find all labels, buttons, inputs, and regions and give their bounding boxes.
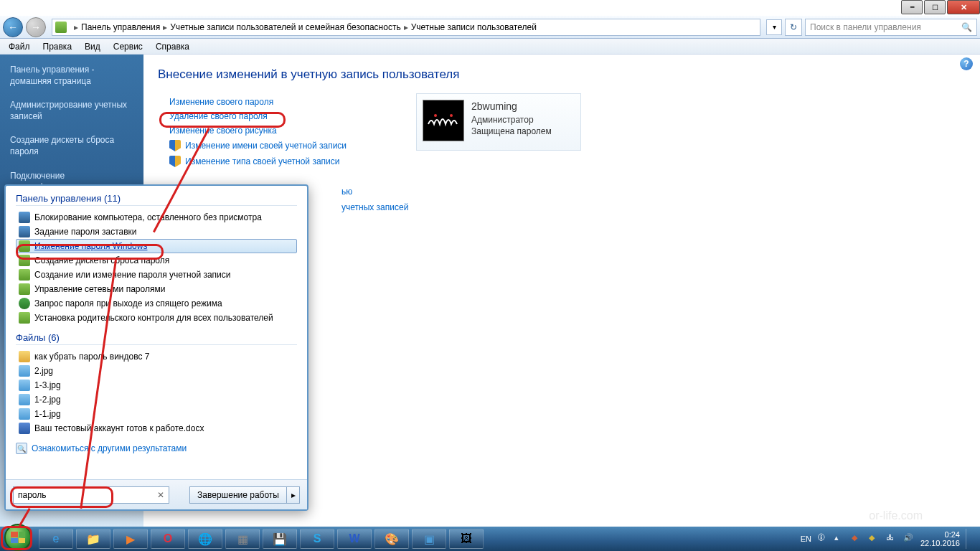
taskbar: e 📁 ▶ O 🌐 ▦ 💾 S W 🎨 ▣ 🖼 EN 🛈 ▴ ◆ ◆ 🖧 🔊 0… [0,527,980,551]
cp-result[interactable]: Запрос пароля при выходе из спящего режи… [16,296,297,311]
start-search-input[interactable]: пароль ✕ [13,486,169,504]
shutdown-button[interactable]: Завершение работы ▸ [189,486,300,504]
taskbar-opera[interactable]: O [151,529,185,549]
disk-icon: 💾 [273,532,287,546]
volume-icon[interactable]: 🔊 [903,533,915,545]
window-close-button[interactable] [947,0,980,14]
taskbar-app2[interactable]: ▣ [412,529,446,549]
file-result[interactable]: как убрать пароль виндовс 7 [16,349,297,364]
tray-app-icon[interactable]: ◆ [869,533,880,545]
sidebar-admin[interactable]: Администрирование учетных записей [0,97,143,125]
cp-result[interactable]: Блокирование компьютера, оставленного бе… [16,210,297,225]
image-icon [19,380,30,391]
action-center-icon[interactable]: 🛈 [817,533,829,545]
link-delete-password[interactable]: Удаление своего пароля [169,111,268,121]
window-minimize-button[interactable] [901,0,923,14]
window-maximize-button[interactable] [924,0,946,14]
folder-icon [19,351,30,362]
shutdown-menu-arrow[interactable]: ▸ [286,487,299,503]
link-manage-other-tail[interactable]: ью [341,187,352,197]
link-change-name[interactable]: Изменение имени своей учетной записи [185,141,347,151]
file-result[interactable]: 1-1.jpg [16,407,297,421]
link-uac-tail[interactable]: учетных записей [341,202,408,212]
app-icon: ▦ [237,532,248,546]
taskbar-word[interactable]: W [337,529,372,549]
ie-icon: e [53,532,60,545]
cp-result[interactable]: Задание пароля заставки [16,225,297,239]
file-result[interactable]: 1-3.jpg [16,378,297,392]
word-doc-icon [19,423,30,434]
cp-result[interactable]: Создание дискеты сброса пароля [16,253,297,268]
menu-edit[interactable]: Правка [37,40,78,53]
file-result[interactable]: 1-2.jpg [16,392,297,407]
image-icon [19,365,30,377]
taskbar-paint[interactable]: 🎨 [374,529,409,549]
control-panel-icon [55,22,67,33]
show-desktop-button[interactable] [966,529,973,549]
tray-clock[interactable]: 0:24 22.10.2016 [920,530,960,547]
svg-point-0 [434,114,437,117]
user-account-tile: 2bwuming Администратор Защищена паролем [416,93,581,151]
image-icon [19,408,30,420]
control-panel-search[interactable]: Поиск в панели управления 🔍 [805,19,977,36]
menu-help[interactable]: Справка [150,40,195,53]
user-role: Администратор [471,114,552,126]
cp-result[interactable]: Установка родительского контроля для все… [16,311,297,325]
breadcrumb-dropdown[interactable]: ▾ [766,19,782,35]
breadcrumb[interactable]: ▸ Панель управления ▸ Учетные записи пол… [52,19,760,36]
taskbar-chrome[interactable]: 🌐 [188,529,222,549]
taskbar-skype[interactable]: S [300,529,334,549]
user-accounts-icon [19,283,30,295]
taskbar-wmp[interactable]: ▶ [113,529,148,549]
shield-icon [169,156,181,167]
link-change-picture[interactable]: Изменение своего рисунка [169,126,277,136]
page-title: Внесение изменений в учетную запись поль… [158,67,966,82]
link-change-password[interactable]: Изменение своего пароля [169,97,273,107]
watermark: or-life.com [869,509,923,522]
svg-point-1 [450,114,453,117]
sidebar-reset[interactable]: Создание дискеты сброса пароля [0,132,143,160]
see-more-results[interactable]: 🔍Ознакомиться с другими результатами [16,443,297,454]
nav-forward-button[interactable]: → [26,17,46,37]
nav-back-button[interactable]: ← [3,17,23,37]
taskbar-photos[interactable]: 🖼 [449,529,484,549]
taskbar-save[interactable]: 💾 [263,529,297,549]
refresh-button[interactable]: ↻ [785,19,802,36]
network-icon[interactable]: 🖧 [886,533,897,545]
taskbar-ie[interactable]: e [39,529,73,549]
app-icon: ▣ [424,532,435,546]
skype-icon: S [314,532,321,545]
help-icon[interactable]: ? [960,57,973,70]
search-icon: 🔍 [961,22,972,32]
system-tray: EN 🛈 ▴ ◆ ◆ 🖧 🔊 0:24 22.10.2016 [801,529,976,549]
sidebar-home[interactable]: Панель управления - домашняя страница [0,62,143,90]
monitor-icon [19,226,30,237]
tray-lang[interactable]: EN [801,534,811,543]
menu-view[interactable]: Вид [79,40,106,53]
cp-result[interactable]: Управление сетевыми паролями [16,282,297,296]
folder-icon: 📁 [86,532,100,546]
file-result[interactable]: Ваш тестовый аккаунт готов к работе.docx [16,421,297,435]
menu-file[interactable]: Файл [3,40,36,53]
breadcrumb-mid[interactable]: Учетные записи пользователей и семейная … [170,22,400,32]
breadcrumb-leaf[interactable]: Учетные записи пользователей [411,22,537,32]
monitor-icon [19,212,30,223]
shield-icon [169,140,181,151]
cp-result-selected[interactable]: Изменение пароля Windows [16,239,297,253]
file-result[interactable]: 2.jpg [16,364,297,378]
clear-search-icon[interactable]: ✕ [157,490,164,500]
start-button[interactable] [4,524,32,551]
taskbar-explorer[interactable]: 📁 [76,529,110,549]
user-accounts-icon [19,312,30,324]
user-accounts-icon [19,240,30,252]
wmp-icon: ▶ [126,532,135,546]
link-change-type[interactable]: Изменение типа своей учетной записи [185,156,339,166]
breadcrumb-root[interactable]: Панель управления [81,22,160,32]
cp-result[interactable]: Создание или изменение пароля учетной за… [16,268,297,282]
user-avatar [423,100,464,141]
user-accounts-icon [19,269,30,281]
taskbar-app1[interactable]: ▦ [225,529,260,549]
tray-app-icon[interactable]: ◆ [852,533,863,545]
menu-service[interactable]: Сервис [108,40,149,53]
tray-up-icon[interactable]: ▴ [834,533,846,545]
